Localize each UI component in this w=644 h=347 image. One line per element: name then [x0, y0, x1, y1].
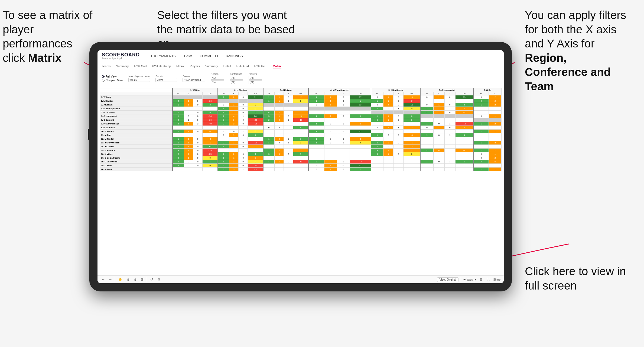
matrix-cell: [284, 133, 293, 137]
sub-nav-matrix[interactable]: Matrix: [176, 64, 184, 69]
toolbar-fullscreen-btn[interactable]: ⛶: [486, 277, 491, 282]
matrix-cell: 1: [489, 168, 502, 171]
matrix-cell: [489, 133, 502, 137]
matrix-cell: 0: [239, 107, 248, 111]
toolbar-hand[interactable]: ✋: [117, 277, 123, 282]
sub-col-dif3: Dif: [293, 92, 308, 95]
matrix-cell: 1: [420, 111, 434, 114]
matrix-cell: 13: [350, 103, 371, 107]
matrix-cell: 1: [489, 130, 502, 133]
matrix-cell: [383, 122, 393, 126]
col-header-l-clanton: 2. L Clanton: [218, 88, 263, 92]
toolbar-share-btn[interactable]: Share: [493, 278, 500, 281]
conference-select-x[interactable]: (All): [230, 76, 243, 80]
sub-nav-matrix-active[interactable]: Matrix: [273, 64, 281, 69]
toolbar-view-label[interactable]: View: Original: [437, 277, 459, 282]
matrix-cell: -4: [404, 133, 420, 137]
gender-select[interactable]: Men's: [155, 78, 177, 82]
matrix-cell: [275, 168, 284, 171]
matrix-cell: 0: [193, 156, 202, 160]
matrix-cell: 2: [229, 95, 238, 99]
matrix-cell: 2: [371, 141, 383, 145]
nav-rankings[interactable]: RANKINGS: [226, 53, 243, 59]
division-select[interactable]: NCAA Division I: [183, 78, 205, 82]
toolbar-zoom-out[interactable]: ⊖: [133, 277, 138, 282]
matrix-cell: 1: [337, 103, 350, 107]
sub-nav-teams[interactable]: Teams: [102, 64, 110, 69]
matrix-cell: [371, 122, 383, 126]
matrix-cell: [434, 141, 444, 145]
toolbar-fit[interactable]: ⊞: [140, 277, 145, 282]
matrix-cell: [455, 130, 473, 133]
annotation-right-bold: Region,Conference andTeam: [525, 52, 611, 93]
table-row: 14. J Lundin11010110-1100-7: [100, 145, 502, 149]
toolbar-redo[interactable]: ↪: [108, 277, 113, 282]
sub-nav-summary[interactable]: Summary: [116, 64, 129, 69]
matrix-cell: [444, 141, 455, 145]
matrix-cell: [444, 164, 455, 168]
sub-nav-h2h-grid[interactable]: H2H Grid: [134, 64, 147, 69]
matrix-cell: 2: [489, 149, 502, 152]
max-players-select[interactable]: Top 25: [128, 78, 150, 82]
matrix-cell: 0: [239, 111, 248, 114]
sub-nav-h2h-heatmap[interactable]: H2H Heatmap: [152, 64, 171, 69]
full-view-option[interactable]: Full View: [102, 75, 123, 78]
toolbar-undo[interactable]: ↩: [101, 277, 106, 282]
matrix-cell: [173, 126, 184, 130]
matrix-cell: 0: [404, 107, 420, 111]
matrix-cell: [383, 156, 393, 160]
matrix-cell: 1: [275, 114, 284, 118]
sub-nav-summary2[interactable]: Summary: [205, 64, 218, 69]
region-select-y[interactable]: N/A: [211, 80, 224, 84]
matrix-cell: [420, 137, 434, 141]
matrix-cell: 2: [218, 152, 229, 156]
toolbar-grid-btn[interactable]: ⊞: [479, 277, 483, 282]
matrix-cell: 11: [248, 95, 263, 99]
matrix-cell: 13: [455, 95, 473, 99]
matrix-content[interactable]: 1. W Ding 2. L Clanton 3. J Koivun 4. M …: [97, 86, 504, 275]
toolbar-zoom-in[interactable]: ⊕: [126, 277, 131, 282]
matrix-cell: 0: [393, 118, 404, 122]
matrix-cell: 4: [455, 133, 473, 137]
matrix-cell: 0: [203, 164, 218, 168]
matrix-cell: 2: [218, 118, 229, 122]
nav-teams[interactable]: TEAMS: [182, 53, 193, 59]
matrix-cell: [444, 118, 455, 122]
matrix-cell: 0: [420, 126, 434, 130]
matrix-cell: 2: [229, 152, 238, 156]
matrix-cell: 1: [229, 156, 238, 160]
matrix-cell: [173, 107, 184, 111]
matrix-cell: 0: [184, 114, 193, 118]
matrix-cell: 0: [444, 103, 455, 107]
matrix-cell: 0: [284, 149, 293, 152]
matrix-cell: [420, 118, 434, 122]
region-select-x[interactable]: N/A: [211, 76, 224, 80]
nav-tournaments[interactable]: TOURNAMENTS: [151, 53, 175, 59]
sub-nav-h2h-he[interactable]: H2H He...: [254, 64, 267, 69]
matrix-cell: 0: [473, 152, 489, 156]
sub-nav-h2h-grid2[interactable]: H2H Grid: [236, 64, 249, 69]
matrix-cell: 4: [473, 160, 489, 164]
matrix-cell: 0: [371, 95, 383, 99]
matrix-cell: 1: [383, 152, 393, 156]
matrix-cell: [371, 168, 383, 171]
matrix-cell: [293, 168, 308, 171]
matrix-cell: -16: [203, 114, 218, 118]
matrix-cell: [293, 122, 308, 126]
sub-nav-detail[interactable]: Detail: [223, 64, 231, 69]
sub-col-t5: T: [393, 92, 404, 95]
players-select-x[interactable]: (All): [249, 76, 262, 80]
matrix-cell: 0: [239, 95, 248, 99]
players-select-y[interactable]: (All): [249, 80, 262, 84]
sub-nav-players[interactable]: Players: [190, 64, 200, 69]
toolbar-refresh[interactable]: ↺: [149, 277, 154, 282]
matrix-cell: 0: [284, 126, 293, 130]
toolbar-watch-btn[interactable]: 👁 Watch ▾: [463, 278, 476, 281]
nav-committee[interactable]: COMMITTEE: [200, 53, 219, 59]
matrix-cell: 2: [473, 149, 489, 152]
matrix-cell: [444, 130, 455, 133]
conference-select-y[interactable]: (All): [230, 80, 243, 84]
compact-view-option[interactable]: Compact View: [102, 79, 123, 82]
toolbar-settings[interactable]: ⚙: [156, 277, 161, 282]
matrix-cell: 3: [275, 137, 284, 141]
